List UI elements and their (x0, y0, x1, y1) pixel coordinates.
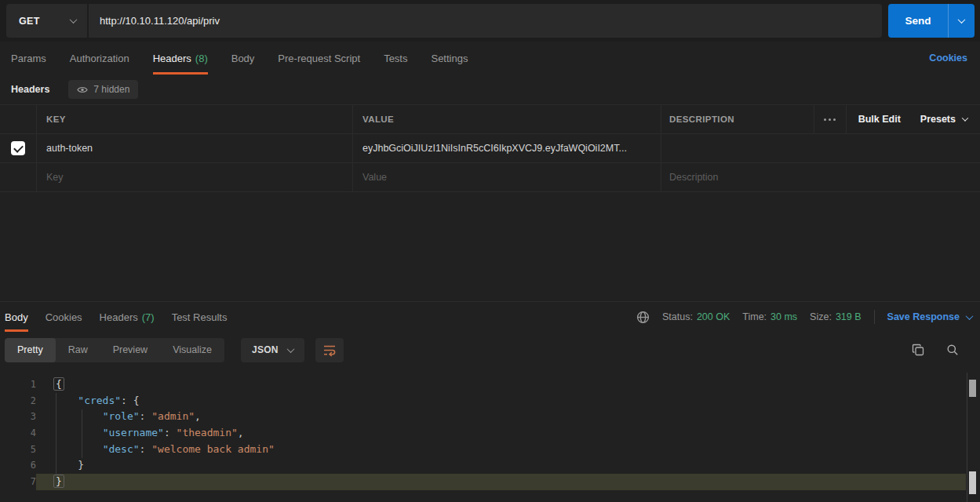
url-input[interactable]: http://10.10.11.120/api/priv (89, 4, 882, 38)
code-line: 6 } (0, 457, 980, 474)
value-cell-empty[interactable]: Value (353, 163, 661, 191)
description-cell-empty[interactable]: Description (661, 163, 980, 191)
send-split-button: Send (888, 4, 975, 38)
code-line: 5 "desc": "welcome back admin" (0, 442, 980, 458)
response-headers-count-badge: (7) (142, 311, 155, 323)
send-options-button[interactable] (949, 4, 975, 38)
format-dropdown[interactable]: JSON (241, 338, 304, 362)
tab-pre-request-script[interactable]: Pre-request Script (278, 42, 360, 75)
wrap-lines-icon (322, 344, 337, 357)
view-tab-preview[interactable]: Preview (100, 338, 160, 362)
time-badge: Time: 30 ms (742, 311, 797, 322)
chevron-down-icon (70, 16, 78, 24)
cursor-position-marker (969, 471, 976, 494)
url-value: http://10.10.11.120/api/priv (100, 15, 220, 27)
code-line: 4 "username": "theadmin", (0, 425, 980, 442)
wrap-lines-button[interactable] (315, 338, 344, 362)
chevron-down-icon (962, 115, 968, 121)
cookies-link[interactable]: Cookies (929, 42, 967, 75)
request-bar: GET http://10.10.11.120/api/priv Send (0, 0, 980, 42)
method-select[interactable]: GET (6, 4, 88, 38)
indent-guide (56, 393, 56, 475)
tab-params[interactable]: Params (11, 42, 46, 75)
response-tab-headers[interactable]: Headers (7) (100, 302, 155, 332)
search-button[interactable] (941, 338, 964, 362)
response-tabs: Body Cookies Headers (7) Test Results St… (0, 302, 980, 332)
view-mode-segmented: Pretty Raw Preview Visualize (5, 338, 224, 362)
view-tab-pretty[interactable]: Pretty (5, 338, 56, 362)
header-row-auth-token: auth-token eyJhbGciOiJIUzI1NiIsInR5cCI6I… (0, 134, 980, 163)
response-body-editor[interactable]: 1{2 "creds": {3 "role": "admin",4 "usern… (0, 373, 980, 502)
value-cell[interactable]: eyJhbGciOiJIUzI1NiIsInR5cCI6IkpXVCJ9.eyJ… (353, 134, 661, 162)
save-response-button[interactable]: Save Response (887, 311, 972, 322)
code-line: 1{ (0, 376, 980, 393)
tab-settings[interactable]: Settings (431, 42, 468, 75)
key-cell[interactable]: auth-token (37, 134, 353, 162)
headers-subheader: Headers 7 hidden (0, 77, 980, 102)
tab-tests[interactable]: Tests (384, 42, 407, 75)
indent-guide (82, 409, 82, 458)
response-panel: Body Cookies Headers (7) Test Results St… (0, 301, 980, 502)
postman-app: GET http://10.10.11.120/api/priv Send Pa… (0, 0, 980, 502)
column-value: VALUE (362, 115, 394, 124)
request-tabs: Params Authorization Headers (8) Body Pr… (0, 42, 980, 75)
column-key: KEY (46, 115, 66, 124)
view-tab-visualize[interactable]: Visualize (160, 338, 224, 362)
code-line: 2 "creds": { (0, 393, 980, 409)
tab-body[interactable]: Body (231, 42, 255, 75)
search-icon (946, 344, 959, 356)
send-button[interactable]: Send (888, 4, 949, 38)
scrollbar-thumb[interactable] (969, 380, 976, 397)
more-options-button[interactable] (814, 105, 846, 133)
key-cell-empty[interactable]: Key (37, 163, 353, 191)
view-tab-raw[interactable]: Raw (56, 338, 100, 362)
tab-headers[interactable]: Headers (8) (153, 42, 208, 75)
eye-icon (77, 85, 88, 94)
code-line: 7} (0, 474, 980, 490)
method-label: GET (19, 16, 40, 27)
response-tab-body[interactable]: Body (5, 302, 28, 332)
headers-title: Headers (11, 84, 49, 95)
tab-authorization[interactable]: Authorization (70, 42, 129, 75)
bulk-edit-button[interactable]: Bulk Edit (847, 105, 913, 133)
row-checkbox[interactable] (11, 141, 25, 155)
hidden-headers-toggle[interactable]: 7 hidden (68, 80, 138, 99)
headers-count-badge: (8) (195, 53, 208, 64)
chevron-down-icon (958, 16, 966, 24)
description-cell[interactable] (661, 134, 980, 162)
headers-table: KEY VALUE DESCRIPTION Bulk Edit Presets … (0, 104, 980, 192)
response-tab-cookies[interactable]: Cookies (46, 302, 82, 332)
globe-icon (636, 311, 650, 324)
chevron-down-icon (286, 345, 294, 353)
column-description: DESCRIPTION (669, 115, 734, 124)
status-badge: Status: 200 OK (662, 311, 730, 322)
presets-dropdown[interactable]: Presets (913, 105, 980, 133)
code-line: 3 "role": "admin", (0, 409, 980, 425)
copy-icon (912, 344, 924, 356)
scrollbar-track[interactable] (967, 373, 976, 502)
header-row-empty: Key Value Description (0, 163, 980, 192)
response-tab-test-results[interactable]: Test Results (172, 302, 228, 332)
response-view-bar: Pretty Raw Preview Visualize JSON (0, 332, 980, 368)
response-code: 1{2 "creds": {3 "role": "admin",4 "usern… (0, 373, 980, 490)
copy-button[interactable] (906, 338, 930, 362)
table-header-row: KEY VALUE DESCRIPTION Bulk Edit Presets (0, 105, 980, 134)
chevron-down-icon (966, 312, 974, 320)
response-meta: Status: 200 OK Time: 30 ms Size: 319 B S… (636, 302, 980, 332)
size-badge: Size: 319 B (810, 311, 861, 322)
